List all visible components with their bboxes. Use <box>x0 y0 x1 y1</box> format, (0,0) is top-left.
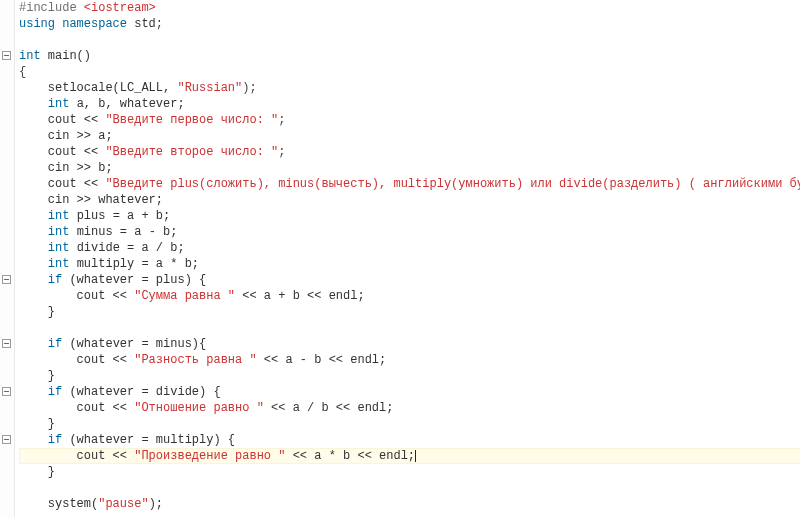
code-line[interactable] <box>19 480 800 496</box>
code-line[interactable]: system("pause"); <box>19 496 800 512</box>
token-ident <box>19 433 48 447</box>
code-line[interactable]: cout << "Отношение равно " << a / b << e… <box>19 400 800 416</box>
token-ident: cout << <box>19 353 134 367</box>
token-ident <box>19 209 48 223</box>
code-line[interactable]: cout << "Сумма равна " << a + b << endl; <box>19 288 800 304</box>
token-ident <box>19 337 48 351</box>
code-line[interactable]: if (whatever = minus){ <box>19 336 800 352</box>
token-ident: minus = a - b; <box>77 225 178 239</box>
code-line[interactable]: if (whatever = plus) { <box>19 272 800 288</box>
fold-toggle[interactable] <box>2 435 11 444</box>
token-str: "pause" <box>98 497 148 511</box>
token-ident: plus = a + b; <box>77 209 171 223</box>
code-line[interactable]: #include <iostream> <box>19 0 800 16</box>
token-ident <box>19 225 48 239</box>
code-line[interactable]: } <box>19 416 800 432</box>
token-ident <box>19 97 48 111</box>
token-str: "Введите plus(сложить), minus(вычесть), … <box>105 177 800 191</box>
token-inc: <iostream> <box>84 1 156 15</box>
token-ident: a, b, whatever; <box>77 97 185 111</box>
code-line[interactable]: cin >> a; <box>19 128 800 144</box>
token-ident: } <box>19 417 55 431</box>
token-ident: main() <box>48 49 91 63</box>
code-line[interactable]: setlocale(LC_ALL, "Russian"); <box>19 80 800 96</box>
code-line[interactable]: cout << "Введите первое число: "; <box>19 112 800 128</box>
code-line[interactable] <box>19 512 800 517</box>
token-ident: } <box>19 369 55 383</box>
fold-toggle[interactable] <box>2 387 11 396</box>
code-line[interactable]: cout << "Произведение равно " << a * b <… <box>19 448 800 464</box>
token-ident: << a + b << endl; <box>235 289 365 303</box>
token-punct: ; <box>156 17 163 31</box>
code-line[interactable]: cout << "Введите plus(сложить), minus(вы… <box>19 176 800 192</box>
token-ident: << a / b << endl; <box>264 401 394 415</box>
token-ident <box>19 257 48 271</box>
token-kw: if <box>48 337 70 351</box>
code-line[interactable]: cout << "Введите второе число: "; <box>19 144 800 160</box>
token-ident: multiply = a * b; <box>77 257 199 271</box>
fold-toggle[interactable] <box>2 275 11 284</box>
token-str: "Введите первое число: " <box>105 113 278 127</box>
token-ident: cout << <box>19 401 134 415</box>
token-ident: setlocale(LC_ALL, <box>19 81 177 95</box>
token-ident: cout << <box>19 177 105 191</box>
code-line[interactable]: } <box>19 464 800 480</box>
token-str: "Отношение равно " <box>134 401 264 415</box>
token-ident: system( <box>19 497 98 511</box>
text-caret <box>415 450 416 462</box>
token-ident: divide = a / b; <box>77 241 185 255</box>
code-line[interactable]: cout << "Разность равна " << a - b << en… <box>19 352 800 368</box>
token-kw: if <box>48 385 70 399</box>
fold-toggle[interactable] <box>2 51 11 60</box>
token-str: "Разность равна " <box>134 353 256 367</box>
token-ident: (whatever = minus){ <box>69 337 206 351</box>
code-line[interactable]: } <box>19 368 800 384</box>
code-line[interactable] <box>19 320 800 336</box>
code-line[interactable] <box>19 32 800 48</box>
token-ident: std <box>134 17 156 31</box>
code-line[interactable]: int multiply = a * b; <box>19 256 800 272</box>
token-type: int <box>48 241 77 255</box>
token-kw: if <box>48 273 70 287</box>
code-line[interactable]: if (whatever = divide) { <box>19 384 800 400</box>
code-line[interactable]: } <box>19 304 800 320</box>
token-str: "Введите второе число: " <box>105 145 278 159</box>
token-ident: cin >> b; <box>19 161 113 175</box>
token-ident: ); <box>149 497 163 511</box>
code-line[interactable]: cin >> whatever; <box>19 192 800 208</box>
token-type: int <box>48 225 77 239</box>
token-punct: ); <box>242 81 256 95</box>
code-line[interactable]: int main() <box>19 48 800 64</box>
token-ident: (whatever = plus) { <box>69 273 206 287</box>
token-type: int <box>48 97 77 111</box>
token-ident: cout << <box>19 289 134 303</box>
code-line[interactable]: using namespace std; <box>19 16 800 32</box>
code-line[interactable]: int minus = a - b; <box>19 224 800 240</box>
token-ident: << a * b << endl; <box>285 449 415 463</box>
token-punct: ; <box>278 113 285 127</box>
code-line[interactable]: if (whatever = multiply) { <box>19 432 800 448</box>
token-dir: #include <box>19 1 84 15</box>
fold-toggle[interactable] <box>2 339 11 348</box>
code-line[interactable]: int plus = a + b; <box>19 208 800 224</box>
code-editor[interactable]: #include <iostream>using namespace std;i… <box>0 0 800 517</box>
token-ident: cout << <box>19 449 134 463</box>
token-ident: (whatever = divide) { <box>69 385 220 399</box>
token-type: int <box>48 209 77 223</box>
code-area[interactable]: #include <iostream>using namespace std;i… <box>15 0 800 517</box>
fold-gutter[interactable] <box>0 0 15 517</box>
token-str: "Сумма равна " <box>134 289 235 303</box>
code-line[interactable]: { <box>19 64 800 80</box>
token-type: int <box>48 257 77 271</box>
token-ident: cout << <box>19 113 105 127</box>
token-ident: } <box>19 305 55 319</box>
code-line[interactable]: int divide = a / b; <box>19 240 800 256</box>
code-line[interactable]: cin >> b; <box>19 160 800 176</box>
token-type: int <box>19 49 48 63</box>
token-ident: cin >> whatever; <box>19 193 163 207</box>
code-line[interactable]: int a, b, whatever; <box>19 96 800 112</box>
token-ident <box>19 385 48 399</box>
token-ident: cin >> a; <box>19 129 113 143</box>
token-str: "Произведение равно " <box>134 449 285 463</box>
token-str: "Russian" <box>177 81 242 95</box>
